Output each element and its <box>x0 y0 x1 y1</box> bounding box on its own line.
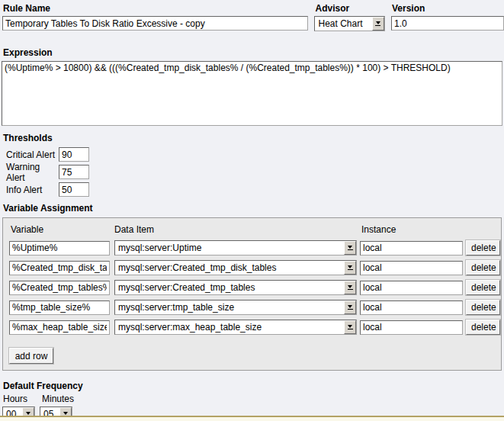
advisor-select[interactable]: Heat Chart <box>314 16 385 31</box>
delete-row-button[interactable]: delete <box>466 320 500 335</box>
variable-input[interactable] <box>9 241 110 255</box>
dropdown-arrow-icon[interactable] <box>344 241 356 255</box>
data-item-select[interactable]: mysql:server:Created_tmp_tables <box>114 280 357 295</box>
warning-alert-input[interactable] <box>59 165 89 179</box>
delete-row-button[interactable]: delete <box>466 300 500 315</box>
critical-alert-input[interactable] <box>59 147 89 162</box>
advisor-field-group: Advisor Heat Chart <box>314 2 385 31</box>
instance-input[interactable] <box>360 261 463 275</box>
table-row: mysql:server:Uptime delete <box>3 238 501 258</box>
thresholds-heading: Thresholds <box>3 133 504 143</box>
delete-row-button[interactable]: delete <box>466 280 500 295</box>
data-item-select[interactable]: mysql:server:tmp_table_size <box>114 300 357 315</box>
rule-name-input[interactable] <box>2 16 308 31</box>
expression-label: Expression <box>3 47 504 58</box>
delete-row-button[interactable]: delete <box>466 240 500 255</box>
version-input[interactable] <box>391 16 504 31</box>
add-row-button[interactable]: add row <box>9 348 53 364</box>
hours-label: Hours <box>3 394 42 404</box>
column-header-variable: Variable <box>11 224 43 235</box>
data-item-selected-value: mysql:server:Uptime <box>115 241 344 255</box>
data-item-selected-value: mysql:server:Created_tmp_disk_tables <box>115 261 344 275</box>
critical-alert-row: Critical Alert <box>6 147 504 162</box>
variable-assignment-panel: Variable Data Item Instance mysql:server… <box>2 217 502 371</box>
version-field-group: Version <box>391 2 504 31</box>
info-alert-label: Info Alert <box>6 185 59 195</box>
critical-alert-label: Critical Alert <box>6 149 59 160</box>
data-item-selected-value: mysql:server:max_heap_table_size <box>115 320 344 334</box>
minutes-label: Minutes <box>42 394 74 404</box>
table-row: mysql:server:tmp_table_size delete <box>3 297 501 317</box>
info-alert-input[interactable] <box>59 182 89 197</box>
rule-name-field-group: Rule Name <box>2 2 308 31</box>
dropdown-arrow-icon[interactable] <box>344 281 356 294</box>
table-row: mysql:server:Created_tmp_tables delete <box>3 278 501 297</box>
footer-divider-bar <box>0 416 504 421</box>
expression-textarea[interactable]: (%Uptime% > 10800) && (((%Created_tmp_di… <box>2 61 502 126</box>
variable-assignment-column-headers: Variable Data Item Instance <box>3 224 501 238</box>
column-header-data-item: Data Item <box>114 224 154 235</box>
variable-input[interactable] <box>9 300 110 315</box>
variable-assignment-heading: Variable Assignment <box>3 203 504 214</box>
warning-alert-row: Warning Alert <box>6 165 504 179</box>
rule-header-row: Rule Name Advisor Heat Chart Version <box>0 0 504 31</box>
variable-input[interactable] <box>9 261 110 275</box>
data-item-select[interactable]: mysql:server:Created_tmp_disk_tables <box>114 260 357 275</box>
dropdown-arrow-icon[interactable] <box>344 261 356 275</box>
warning-alert-label: Warning Alert <box>6 162 59 183</box>
table-row: mysql:server:max_heap_table_size delete <box>3 317 501 337</box>
instance-input[interactable] <box>360 281 463 295</box>
delete-row-button[interactable]: delete <box>466 260 500 275</box>
dropdown-arrow-icon[interactable] <box>344 320 356 334</box>
dropdown-arrow-icon[interactable] <box>372 17 384 31</box>
default-frequency-heading: Default Frequency <box>3 381 504 391</box>
variable-input[interactable] <box>9 320 110 335</box>
rule-name-label: Rule Name <box>3 3 308 14</box>
advisor-label: Advisor <box>315 3 385 14</box>
advisor-selected-value: Heat Chart <box>315 17 372 31</box>
version-label: Version <box>392 3 504 14</box>
column-header-instance: Instance <box>361 224 396 235</box>
data-item-select[interactable]: mysql:server:Uptime <box>114 240 357 255</box>
instance-input[interactable] <box>360 300 463 315</box>
instance-input[interactable] <box>360 241 463 255</box>
variable-input[interactable] <box>9 281 110 295</box>
dropdown-arrow-icon[interactable] <box>344 300 356 314</box>
data-item-selected-value: mysql:server:tmp_table_size <box>115 300 344 314</box>
default-frequency-labels: Hours Minutes <box>3 394 504 404</box>
data-item-select[interactable]: mysql:server:max_heap_table_size <box>114 320 357 335</box>
instance-input[interactable] <box>360 320 463 335</box>
data-item-selected-value: mysql:server:Created_tmp_tables <box>115 281 344 294</box>
info-alert-row: Info Alert <box>6 182 504 197</box>
table-row: mysql:server:Created_tmp_disk_tables del… <box>3 258 501 278</box>
